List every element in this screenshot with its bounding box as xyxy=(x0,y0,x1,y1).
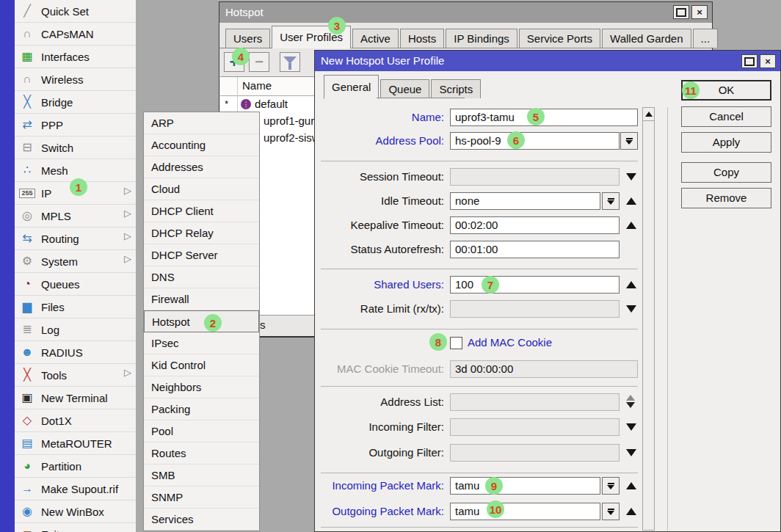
sidebar-item-wireless[interactable]: ∩Wireless xyxy=(15,68,136,91)
submenu-item-neighbors[interactable]: Neighbors xyxy=(144,376,259,398)
sidebar-item-system[interactable]: ⚙System▷ xyxy=(15,250,136,273)
copy-button[interactable]: Copy xyxy=(681,162,771,183)
sidebar-item-label: Mesh xyxy=(41,164,68,177)
separator xyxy=(321,329,638,329)
session-timeout-field[interactable] xyxy=(450,168,620,186)
sidebar-item-mpls[interactable]: ◎MPLS▷ xyxy=(15,205,136,227)
address-list-field[interactable] xyxy=(450,393,620,411)
dialog-maximize-button[interactable] xyxy=(741,54,758,68)
sidebar-item-log[interactable]: ≣Log xyxy=(15,318,136,341)
remove-button[interactable]: Remove xyxy=(681,188,771,208)
submenu-item-accounting[interactable]: Accounting xyxy=(144,134,259,156)
maximize-button[interactable] xyxy=(673,5,689,19)
dropdown-button[interactable] xyxy=(602,477,620,495)
sidebar-item-files[interactable]: ▆Files xyxy=(15,296,136,318)
up-arrow-icon[interactable] xyxy=(626,281,636,288)
content-divider xyxy=(667,107,668,531)
submenu-item-smb[interactable]: SMB xyxy=(144,464,259,487)
sidebar-item-new-terminal[interactable]: ▣New Terminal xyxy=(15,387,136,409)
submenu-item-snmp[interactable]: SNMP xyxy=(144,487,259,509)
tab-service-ports[interactable]: Service Ports xyxy=(519,29,600,48)
submenu-item-dns[interactable]: DNS xyxy=(144,266,259,288)
dialog-tab-general[interactable]: General xyxy=(324,75,379,99)
submenu-item-hotspot[interactable]: Hotspot xyxy=(144,310,259,332)
sidebar-item-new-winbox[interactable]: ◉New WinBox xyxy=(15,500,136,523)
up-arrow-icon[interactable] xyxy=(626,482,636,489)
submenu-item-arp[interactable]: ARP xyxy=(144,112,259,134)
dialog-titlebar[interactable]: New Hotspot User Profile × xyxy=(315,51,780,71)
hotspot-title: Hotspot xyxy=(225,6,264,18)
sidebar-item-bridge[interactable]: ╳Bridge xyxy=(15,91,136,114)
remove-button[interactable]: − xyxy=(249,52,269,72)
mac-cookie-timeout-field[interactable]: 3d 00:00:00 xyxy=(450,360,638,378)
incoming-packet-mark-field[interactable]: tamu xyxy=(450,477,600,495)
tab-ip-bindings[interactable]: IP Bindings xyxy=(446,29,517,48)
up-arrow-icon[interactable] xyxy=(626,508,636,515)
incoming-filter-field[interactable] xyxy=(450,418,620,436)
dropdown-button[interactable] xyxy=(602,192,620,210)
submenu-item-pool[interactable]: Pool xyxy=(144,420,259,442)
sidebar-item-make-supout-rif[interactable]: →Make Supout.rif xyxy=(15,478,136,500)
submenu-item-dhcp-relay[interactable]: DHCP Relay xyxy=(144,222,259,244)
sidebar-item-exit[interactable]: ⊐Exit xyxy=(15,523,136,532)
cancel-button[interactable]: Cancel xyxy=(681,106,771,127)
submenu-item-services[interactable]: Services xyxy=(144,509,259,531)
submenu-item-ipsec[interactable]: IPsec xyxy=(144,332,259,354)
outgoing-filter-field[interactable] xyxy=(450,444,620,462)
rate-limit-field[interactable] xyxy=(450,300,620,318)
down-arrow-icon[interactable] xyxy=(626,305,636,313)
sidebar-item-partition[interactable]: ◕Partition xyxy=(15,455,136,478)
submenu-item-routes[interactable]: Routes xyxy=(144,442,259,464)
shared-users-field[interactable]: 100 xyxy=(450,276,620,294)
sidebar-item-capsman[interactable]: ∩CAPsMAN xyxy=(15,23,136,45)
add-mac-cookie-checkbox[interactable] xyxy=(450,337,462,349)
submenu-arrow-icon: ▷ xyxy=(124,367,131,378)
tab-walled-garden[interactable]: Walled Garden xyxy=(602,29,691,48)
scroll-up-button[interactable] xyxy=(643,108,654,121)
tab-[interactable]: ... xyxy=(693,29,719,48)
status-autorefresh-field[interactable]: 00:01:00 xyxy=(450,241,620,258)
keepalive-timeout-field[interactable]: 00:02:00 xyxy=(450,216,620,234)
dialog-tab-scripts[interactable]: Scripts xyxy=(431,79,481,98)
hotspot-titlebar[interactable]: Hotspot × xyxy=(219,2,712,23)
separator xyxy=(321,473,638,473)
sidebar-item-switch[interactable]: ⊟Switch xyxy=(15,136,136,159)
up-arrow-icon[interactable] xyxy=(626,222,636,229)
sidebar-item-tools[interactable]: ╳Tools▷ xyxy=(15,364,136,387)
submenu-item-kid-control[interactable]: Kid Control xyxy=(144,354,259,376)
submenu-item-dhcp-server[interactable]: DHCP Server xyxy=(144,244,259,266)
up-arrow-icon[interactable] xyxy=(626,197,636,205)
submenu-item-packing[interactable]: Packing xyxy=(144,398,259,420)
close-button[interactable]: × xyxy=(691,5,708,19)
sidebar-item-queues[interactable]: ◔Queues xyxy=(15,273,136,296)
submenu-item-cloud[interactable]: Cloud xyxy=(144,178,259,200)
sidebar-item-interfaces[interactable]: ▦Interfaces xyxy=(15,45,136,68)
tab-active[interactable]: Active xyxy=(352,29,399,48)
sidebar-item-quick-set[interactable]: ╱Quick Set xyxy=(15,0,136,23)
dialog-tab-queue[interactable]: Queue xyxy=(380,79,429,98)
apply-button[interactable]: Apply xyxy=(681,132,771,153)
down-arrow-icon[interactable] xyxy=(626,173,636,181)
sidebar-item-routing[interactable]: ⇆Routing▷ xyxy=(15,227,136,250)
dropdown-button[interactable] xyxy=(602,503,620,520)
idle-timeout-field[interactable]: none xyxy=(450,192,600,210)
dialog-scrollbar[interactable] xyxy=(642,107,655,531)
outgoing-packet-mark-field[interactable]: tamu xyxy=(450,503,600,520)
submenu-item-firewall[interactable]: Firewall xyxy=(144,288,259,310)
tab-hosts[interactable]: Hosts xyxy=(400,29,444,48)
submenu-item-addresses[interactable]: Addresses xyxy=(144,156,259,178)
sidebar-item-dot1x[interactable]: ◇Dot1X xyxy=(15,409,136,432)
spinner-icon[interactable] xyxy=(626,395,635,408)
tab-users[interactable]: Users xyxy=(225,29,270,48)
sidebar-item-ppp[interactable]: ⇄PPP xyxy=(15,114,136,136)
filter-button[interactable] xyxy=(280,52,300,72)
down-arrow-icon[interactable] xyxy=(626,449,636,456)
submenu-item-dhcp-client[interactable]: DHCP Client xyxy=(144,200,259,222)
address-list-row: Address List: xyxy=(315,393,642,412)
dropdown-button[interactable] xyxy=(620,132,638,150)
address-pool-field[interactable]: hs-pool-9 xyxy=(450,132,620,150)
sidebar-item-radius[interactable]: ☻RADIUS xyxy=(15,341,136,364)
down-arrow-icon[interactable] xyxy=(626,423,636,431)
sidebar-item-metarouter[interactable]: ▤MetaROUTER xyxy=(15,432,136,455)
dialog-close-button[interactable]: × xyxy=(760,54,776,68)
